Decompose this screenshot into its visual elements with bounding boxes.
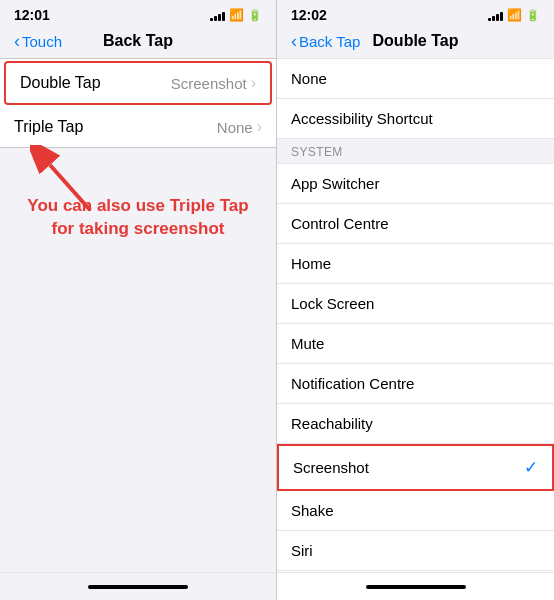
right-signal-icon — [488, 10, 503, 21]
double-tap-value-text: Screenshot — [171, 75, 247, 92]
menu-item-label: App Switcher — [291, 175, 379, 192]
triple-tap-chevron-icon: › — [257, 118, 262, 136]
right-panel: 12:02 📶 🔋 ‹ Back Tap Double Tap NoneAcce… — [277, 0, 554, 600]
triple-tap-row[interactable]: Triple Tap None › — [0, 107, 276, 147]
menu-item-label: None — [291, 70, 327, 87]
menu-item-lock-screen[interactable]: Lock Screen — [277, 284, 554, 324]
right-nav-bar: ‹ Back Tap Double Tap — [277, 28, 554, 58]
right-home-indicator — [366, 585, 466, 589]
right-time: 12:02 — [291, 7, 327, 23]
double-tap-label: Double Tap — [20, 74, 101, 92]
menu-item-screenshot[interactable]: Screenshot✓ — [277, 444, 554, 491]
menu-item-label: Control Centre — [291, 215, 389, 232]
triple-tap-value: None › — [217, 118, 262, 136]
menu-item-label: Lock Screen — [291, 295, 374, 312]
double-tap-value: Screenshot › — [171, 74, 256, 92]
right-nav-title: Double Tap — [373, 32, 459, 50]
left-back-label: Touch — [22, 33, 62, 50]
left-bottom-bar — [0, 572, 276, 600]
menu-item-shake[interactable]: Shake — [277, 491, 554, 531]
menu-item-label: Accessibility Shortcut — [291, 110, 433, 127]
left-status-bar: 12:01 📶 🔋 — [0, 0, 276, 28]
checkmark-icon: ✓ — [524, 457, 538, 478]
right-bottom-bar — [277, 572, 554, 600]
left-settings-list: Double Tap Screenshot › Triple Tap None … — [0, 58, 276, 148]
left-home-indicator — [88, 585, 188, 589]
triple-tap-label: Triple Tap — [14, 118, 83, 136]
menu-item-reachability[interactable]: Reachability — [277, 404, 554, 444]
menu-item-accessibility-shortcut[interactable]: Accessibility Shortcut — [277, 99, 554, 139]
right-battery-icon: 🔋 — [526, 9, 540, 22]
right-back-label: Back Tap — [299, 33, 360, 50]
double-tap-row[interactable]: Double Tap Screenshot › — [4, 61, 272, 105]
menu-item-label: Home — [291, 255, 331, 272]
menu-item-label: Reachability — [291, 415, 373, 432]
menu-item-mute[interactable]: Mute — [277, 324, 554, 364]
menu-item-home[interactable]: Home — [277, 244, 554, 284]
left-chevron-icon: ‹ — [14, 32, 20, 50]
menu-item-label: Mute — [291, 335, 324, 352]
right-status-icons: 📶 🔋 — [488, 8, 540, 22]
wifi-icon: 📶 — [229, 8, 244, 22]
section-header-system: SYSTEM — [277, 139, 554, 164]
battery-icon: 🔋 — [248, 9, 262, 22]
triple-tap-value-text: None — [217, 119, 253, 136]
left-status-icons: 📶 🔋 — [210, 8, 262, 22]
menu-item-none[interactable]: None — [277, 58, 554, 99]
right-status-bar: 12:02 📶 🔋 — [277, 0, 554, 28]
menu-item-label: Notification Centre — [291, 375, 414, 392]
menu-item-app-switcher[interactable]: App Switcher — [277, 164, 554, 204]
double-tap-chevron-icon: › — [251, 74, 256, 92]
left-nav-title: Back Tap — [103, 32, 173, 50]
menu-item-label: Screenshot — [293, 459, 369, 476]
annotation-text: You can also use Triple Tap for taking s… — [14, 195, 262, 241]
left-nav-bar: ‹ Touch Back Tap — [0, 28, 276, 58]
menu-item-label: Siri — [291, 542, 313, 559]
menu-item-control-centre[interactable]: Control Centre — [277, 204, 554, 244]
menu-item-notification-centre[interactable]: Notification Centre — [277, 364, 554, 404]
left-back-button[interactable]: ‹ Touch — [14, 33, 62, 50]
right-back-button[interactable]: ‹ Back Tap — [291, 33, 360, 50]
menu-item-label: Shake — [291, 502, 334, 519]
left-time: 12:01 — [14, 7, 50, 23]
right-wifi-icon: 📶 — [507, 8, 522, 22]
right-chevron-icon: ‹ — [291, 32, 297, 50]
left-panel: 12:01 📶 🔋 ‹ Touch Back Tap Double Tap Sc… — [0, 0, 277, 600]
menu-item-siri[interactable]: Siri — [277, 531, 554, 571]
right-menu-list: NoneAccessibility ShortcutSYSTEMApp Swit… — [277, 58, 554, 572]
signal-icon — [210, 10, 225, 21]
